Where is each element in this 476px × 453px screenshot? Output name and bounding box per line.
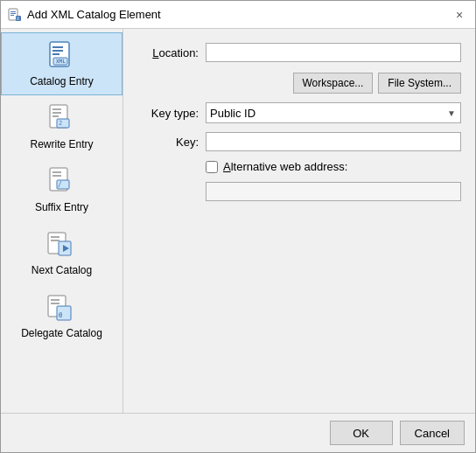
filesystem-button[interactable]: File System... [378,73,461,94]
dialog-icon: X [8,8,22,22]
svg-rect-31 [51,303,60,304]
alt-web-checkbox-row: Alternative web address: [206,160,461,173]
key-row: Key: [137,132,461,151]
keytype-select-wrapper: Public ID System ID URI [206,102,461,123]
dialog-footer: OK Cancel [1,413,475,452]
workspace-button[interactable]: Workspace... [293,73,374,94]
svg-rect-1 [10,11,16,12]
delegate-catalog-icon: @ [46,292,78,324]
location-buttons-row: Workspace... File System... [137,73,461,94]
suffix-entry-icon: / [46,166,78,198]
location-row: Location: [137,43,461,62]
svg-rect-14 [52,108,61,110]
svg-rect-8 [52,46,63,48]
keytype-label: Key type: [137,107,199,120]
sidebar-item-rewrite-entry[interactable]: 2 Rewrite Entry [1,95,122,158]
svg-text:@: @ [59,311,62,318]
dialog-title: Add XML Catalog Element [27,8,161,21]
cancel-button[interactable]: Cancel [400,421,465,445]
title-bar-left: X Add XML Catalog Element [8,8,161,22]
next-catalog-icon [46,229,78,261]
svg-rect-20 [52,171,61,173]
sidebar-label-delegate-catalog: Delegate Catalog [21,327,102,339]
svg-rect-10 [52,53,60,55]
sidebar-item-catalog-entry[interactable]: XML Catalog Entry [1,32,122,95]
location-input[interactable] [206,43,461,62]
svg-text:2: 2 [59,120,62,127]
svg-text:XML: XML [56,58,66,64]
sidebar-label-rewrite-entry: Rewrite Entry [30,138,93,150]
keytype-select[interactable]: Public ID System ID URI [206,102,461,123]
sidebar-label-next-catalog: Next Catalog [32,264,92,276]
sidebar-item-suffix-entry[interactable]: / Suffix Entry [1,158,122,221]
close-button[interactable]: × [451,6,468,24]
rewrite-entry-icon: 2 [46,103,78,135]
svg-rect-2 [10,13,16,14]
dialog-body: XML Catalog Entry 2 Rewrite Entry [1,29,475,413]
sidebar-label-catalog-entry: Catalog Entry [30,75,94,87]
keytype-row: Key type: Public ID System ID URI [137,102,461,123]
svg-rect-9 [52,50,63,52]
sidebar-item-delegate-catalog[interactable]: @ Delegate Catalog [1,284,122,347]
sidebar-label-suffix-entry: Suffix Entry [35,201,88,213]
svg-rect-3 [10,15,14,16]
svg-rect-21 [52,175,61,177]
alt-web-input[interactable] [206,182,461,201]
location-label: Location: [137,46,199,59]
alt-web-label: Alternative web address: [223,160,347,173]
main-content: Location: Workspace... File System... Ke… [123,29,475,413]
svg-rect-26 [51,240,60,241]
ok-button[interactable]: OK [330,421,393,445]
sidebar-item-next-catalog[interactable]: Next Catalog [1,221,122,284]
dialog: X Add XML Catalog Element × XML Catalog … [0,0,476,453]
svg-rect-25 [51,236,60,238]
svg-text:/: / [58,181,62,189]
svg-rect-30 [51,299,60,301]
key-label: Key: [137,136,199,149]
key-input[interactable] [206,132,461,151]
svg-text:X: X [17,16,19,21]
title-bar: X Add XML Catalog Element × [1,1,475,29]
svg-rect-16 [52,115,59,117]
svg-rect-15 [52,112,61,114]
alt-web-checkbox[interactable] [206,161,218,173]
sidebar: XML Catalog Entry 2 Rewrite Entry [1,29,123,413]
catalog-entry-icon: XML [46,40,78,72]
